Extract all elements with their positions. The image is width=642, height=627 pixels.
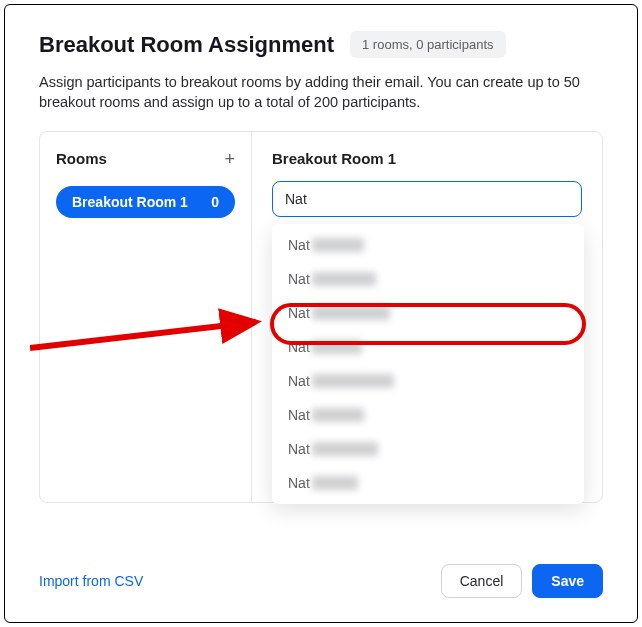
suggestion-item[interactable]: Nat — [272, 330, 584, 364]
modal-description: Assign participants to breakout rooms by… — [39, 72, 603, 113]
add-room-icon[interactable]: + — [224, 150, 235, 168]
rooms-column: Rooms + Breakout Room 1 0 — [40, 132, 252, 502]
suggestion-item[interactable]: Nat — [272, 262, 584, 296]
participant-search-input[interactable] — [272, 181, 582, 217]
modal-header: Breakout Room Assignment 1 rooms, 0 part… — [39, 31, 603, 58]
assignment-panel: Rooms + Breakout Room 1 0 Breakout Room … — [39, 131, 603, 503]
room-detail-title: Breakout Room 1 — [272, 150, 582, 167]
rooms-heading-label: Rooms — [56, 150, 107, 167]
suggestion-dropdown: NatNatNatNatNatNatNatNat — [272, 224, 584, 504]
suggestion-obscured-text — [312, 306, 390, 320]
suggestion-item[interactable]: Nat — [272, 364, 584, 398]
suggestion-prefix: Nat — [288, 237, 310, 253]
suggestion-prefix: Nat — [288, 475, 310, 491]
modal-title: Breakout Room Assignment — [39, 32, 334, 58]
import-csv-link[interactable]: Import from CSV — [39, 573, 143, 589]
cancel-button[interactable]: Cancel — [441, 564, 523, 598]
room-summary-pill: 1 rooms, 0 participants — [350, 31, 506, 58]
breakout-assignment-modal: Breakout Room Assignment 1 rooms, 0 part… — [4, 4, 638, 623]
suggestion-obscured-text — [312, 374, 394, 388]
suggestion-item[interactable]: Nat — [272, 432, 584, 466]
rooms-header: Rooms + — [56, 150, 235, 168]
suggestion-item[interactable]: Nat — [272, 466, 584, 500]
suggestion-item[interactable]: Nat — [272, 228, 584, 262]
suggestion-obscured-text — [312, 238, 364, 252]
suggestion-prefix: Nat — [288, 441, 310, 457]
suggestion-prefix: Nat — [288, 373, 310, 389]
room-item-label: Breakout Room 1 — [72, 194, 188, 210]
room-item-count: 0 — [211, 194, 219, 210]
suggestion-prefix: Nat — [288, 305, 310, 321]
save-button[interactable]: Save — [532, 564, 603, 598]
suggestion-prefix: Nat — [288, 339, 310, 355]
suggestion-prefix: Nat — [288, 271, 310, 287]
suggestion-item[interactable]: Nat — [272, 398, 584, 432]
modal-footer: Import from CSV Cancel Save — [39, 534, 603, 598]
suggestion-obscured-text — [312, 476, 358, 490]
suggestion-obscured-text — [312, 272, 376, 286]
suggestion-item[interactable]: Nat — [272, 296, 584, 330]
room-item-selected[interactable]: Breakout Room 1 0 — [56, 186, 235, 218]
suggestion-obscured-text — [312, 442, 378, 456]
suggestion-obscured-text — [312, 340, 362, 354]
suggestion-prefix: Nat — [288, 407, 310, 423]
suggestion-obscured-text — [312, 408, 364, 422]
room-detail-column: Breakout Room 1 NatNatNatNatNatNatNatNat — [252, 132, 602, 502]
